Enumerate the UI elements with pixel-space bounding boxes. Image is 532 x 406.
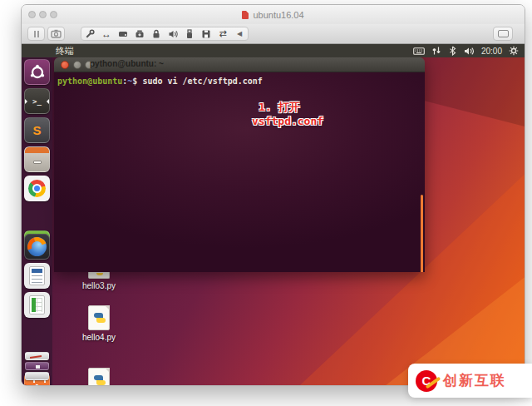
firefox-icon (27, 237, 47, 256)
keyboard-indicator[interactable] (413, 46, 425, 56)
display-icon (498, 30, 509, 37)
desktop-file-icon-partial[interactable] (88, 272, 110, 279)
bluetooth-icon (448, 46, 457, 56)
unity-top-panel: 终端 (22, 44, 525, 57)
session-menu[interactable] (509, 46, 519, 56)
sublime-icon: S (32, 123, 41, 137)
vm-toolbar: ↔ (22, 24, 525, 44)
system-tray: 20:00 (413, 44, 525, 57)
active-app-name: 终端 (56, 45, 74, 57)
launcher-item-collapsed-1[interactable] (25, 352, 49, 360)
python-file-icon (94, 313, 106, 324)
desktop-file-label[interactable]: hello4.py (76, 333, 122, 342)
volume-indicator[interactable] (464, 47, 475, 56)
maximize-window-button[interactable] (50, 11, 57, 18)
speaker-icon (168, 29, 178, 39)
bluetooth-indicator[interactable] (448, 46, 457, 56)
fullscreen-button[interactable]: ↔ (98, 27, 115, 40)
launcher-item-chrome[interactable] (24, 176, 50, 201)
unity-launcher: >_ S (22, 57, 52, 386)
desktop-file-icon[interactable] (88, 368, 110, 386)
writer-icon (29, 266, 45, 285)
camera-icon (135, 29, 145, 39)
clock[interactable]: 20:00 (481, 47, 502, 56)
terminal-prompt-line: python@ubuntu:~$ sudo vi /etc/vsftpd.con… (54, 72, 425, 86)
window-title: ubuntu16.04 (253, 10, 303, 20)
terminal-title: python@ubuntu: ~ (90, 59, 164, 68)
network-indicator[interactable] (431, 46, 441, 56)
save-state-button[interactable] (198, 27, 214, 40)
software-bag-icon: A (33, 382, 41, 386)
volume-icon (464, 47, 475, 56)
annotation-line1: 1. 打开 (252, 100, 385, 114)
terminal-window: python@ubuntu: ~ python@ubuntu:~$ sudo v… (54, 57, 425, 272)
lock-device-button[interactable] (148, 27, 165, 40)
expand-arrows-icon: ↔ (101, 28, 111, 40)
camera-device-button[interactable] (131, 27, 148, 40)
gear-icon (509, 46, 519, 56)
annotation-line2: vsftpd.conf (252, 114, 385, 128)
usb-icon (185, 29, 195, 39)
desktop-file-icon[interactable] (88, 305, 110, 330)
launcher-item-file-manager[interactable] (24, 146, 50, 172)
terminal-scrollbar[interactable] (421, 195, 423, 272)
vmware-window: ubuntu16.04 ↔ (21, 4, 525, 386)
chrome-icon (28, 180, 46, 197)
chevron-left-icon: ◀ (237, 30, 242, 37)
window-titlebar: ubuntu16.04 (22, 5, 525, 24)
launcher-item-sublime-text[interactable]: S (24, 117, 50, 143)
calc-icon (29, 295, 45, 314)
settings-wrench-button[interactable] (81, 27, 98, 40)
network-arrows-icon (431, 46, 441, 56)
ubuntu-desktop: 终端 (22, 44, 525, 386)
network-sync-button[interactable]: ⇄ (214, 27, 231, 40)
launcher-item-libreoffice-calc[interactable] (24, 292, 50, 318)
floppy-icon (201, 29, 211, 39)
terminal-body[interactable]: python@ubuntu:~$ sudo vi /etc/vsftpd.con… (54, 72, 425, 272)
terminal-titlebar[interactable]: python@ubuntu: ~ (54, 57, 425, 72)
watermark-badge: C 创新互联 (408, 364, 532, 398)
launcher-item-libreoffice-writer[interactable] (24, 263, 50, 289)
typed-command: sudo vi /etc/vsftpd.conf (142, 77, 263, 86)
collapse-toolbar-button[interactable]: ◀ (231, 27, 248, 40)
keyboard-icon (413, 46, 425, 56)
sound-button[interactable] (165, 27, 181, 40)
usb-button[interactable] (181, 27, 198, 40)
vm-file-icon (242, 11, 249, 19)
python-file-icon (94, 375, 106, 386)
running-pip-icon (24, 98, 27, 105)
minimize-window-button[interactable] (39, 11, 47, 18)
lock-icon (151, 29, 161, 39)
terminal-minimize-button[interactable] (73, 61, 81, 69)
terminal-close-button[interactable] (61, 61, 69, 69)
sync-icon: ⇄ (219, 28, 226, 39)
pause-vm-button[interactable] (27, 27, 45, 41)
launcher-item-collapsed-3[interactable] (25, 372, 49, 380)
snapshot-icon (51, 29, 62, 38)
watermark-logo-icon: C (416, 370, 437, 392)
close-window-button[interactable] (28, 11, 36, 18)
device-toolbar-group: ↔ (81, 27, 249, 41)
watermark-brand: 创新互联 (443, 371, 506, 390)
pause-icon (34, 31, 39, 37)
harddisk-icon (118, 29, 128, 39)
terminal-icon: >_ (32, 97, 42, 106)
prompt-user-host: python@ubuntu (57, 77, 122, 86)
display-toggle-button[interactable] (493, 27, 513, 41)
red-annotation: 1. 打开 vsftpd.conf (252, 100, 385, 128)
launcher-item-firefox[interactable] (24, 234, 50, 260)
launcher-item-collapsed-2[interactable] (25, 362, 49, 370)
harddisk-button[interactable] (115, 27, 131, 40)
files-icon (25, 147, 49, 153)
ubuntu-logo-icon (29, 64, 46, 81)
focused-arrow-icon (47, 98, 50, 105)
snapshot-button[interactable] (47, 27, 65, 41)
launcher-item-terminal[interactable]: >_ (24, 88, 50, 114)
launcher-item-ubuntu-dash[interactable] (24, 59, 50, 85)
desktop-file-label[interactable]: hello3.py (76, 281, 122, 290)
wrench-icon (85, 29, 95, 39)
